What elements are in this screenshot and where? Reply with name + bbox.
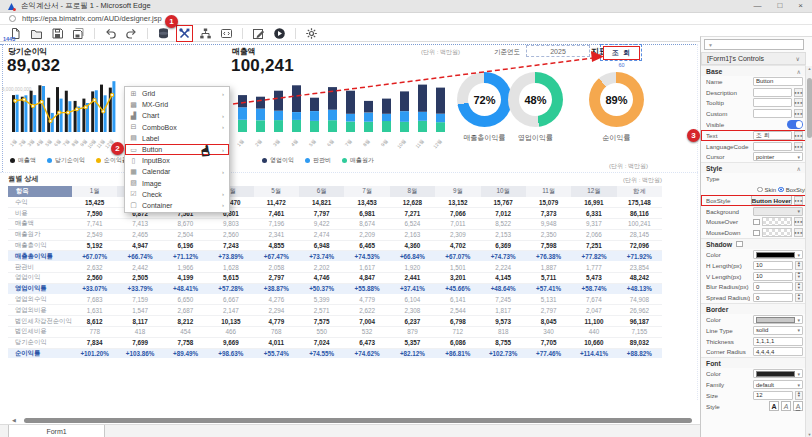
text-input[interactable] xyxy=(753,98,792,107)
radio-skin[interactable]: Skin xyxy=(757,187,776,193)
boxstyle-button[interactable]: Button Hover xyxy=(751,195,792,205)
color-swatch[interactable] xyxy=(762,228,793,237)
visible-toggle[interactable] xyxy=(787,120,803,129)
insert-controls-icon[interactable]: 1 xyxy=(177,26,192,41)
section-header-font[interactable]: Font xyxy=(701,357,806,368)
controls-filter-input[interactable]: ▼ xyxy=(704,39,804,50)
base-year-combobox[interactable]: 2025 xyxy=(526,45,590,57)
font-underline-button[interactable]: A xyxy=(793,401,803,411)
number-input[interactable]: 10 xyxy=(753,261,793,270)
select-dropdown[interactable]: solid▾ xyxy=(753,326,803,335)
insert-menu: ⊞Grid›▩MX-Grid▟Chart›⊟ComboBox›▤Label▭Bu… xyxy=(124,86,230,213)
number-input[interactable]: 0 xyxy=(753,293,793,302)
shadow-checkbox[interactable] xyxy=(736,241,743,248)
section-header-style[interactable]: Style∧ xyxy=(701,162,806,173)
cell: 2,505 xyxy=(117,273,162,284)
font-italic-button[interactable]: A xyxy=(781,401,791,411)
undo-icon[interactable] xyxy=(103,26,118,41)
cursor-hand-icon: ☝ xyxy=(200,142,211,159)
menu-item-inputbox[interactable]: ▯InputBox xyxy=(125,155,229,166)
select-dropdown[interactable]: ▾ xyxy=(753,207,803,216)
spinner-buttons[interactable]: ▲▼ xyxy=(795,282,803,291)
menu-item-image[interactable]: ▨Image xyxy=(125,178,229,189)
menu-item-chart[interactable]: ▟Chart› xyxy=(125,110,229,121)
ellipsis-button[interactable]: ●●● xyxy=(794,196,803,205)
maximize-button[interactable]: □ xyxy=(777,2,782,10)
menu-item-check[interactable]: ☑Check› xyxy=(125,189,229,200)
select-dropdown[interactable]: pointer▾ xyxy=(753,152,803,161)
run-icon[interactable] xyxy=(272,26,287,41)
hierarchy-icon[interactable] xyxy=(198,26,213,41)
spinner-buttons[interactable]: ▲▼ xyxy=(795,272,803,281)
ellipsis-button[interactable]: ●●● xyxy=(794,98,803,107)
open-folder-icon[interactable] xyxy=(29,26,44,41)
number-input[interactable]: 12 xyxy=(753,391,793,400)
address-bar[interactable]: https://epa.bimatrix.com/AUD/designer.js… xyxy=(0,13,812,25)
property-row-thickness: Thickness1,1,1,1 xyxy=(701,336,806,347)
ellipsis-button[interactable]: ●●● xyxy=(794,109,803,118)
text-input[interactable] xyxy=(753,142,792,151)
checkbox[interactable] xyxy=(753,230,760,237)
section-header-border[interactable]: Border xyxy=(701,303,806,314)
search-button[interactable]: 조 회 xyxy=(604,47,639,60)
text-input[interactable]: 조 회 xyxy=(753,131,792,140)
table-header-row: 항목1월2월3월4월5월6월7월8월9월10월11월12월합계 xyxy=(8,186,662,197)
close-button[interactable]: × xyxy=(798,2,803,10)
select-dropdown[interactable]: default▾ xyxy=(753,380,803,389)
horizontal-scrollbar-thumb[interactable] xyxy=(24,418,692,423)
panel-scrollbar-thumb[interactable] xyxy=(807,78,812,138)
menu-item-mx-grid[interactable]: ▩MX-Grid xyxy=(125,99,229,110)
number-input[interactable]: 0 xyxy=(753,282,793,291)
font-bold-button[interactable]: A xyxy=(769,401,779,411)
color-picker[interactable]: ▾ xyxy=(753,369,803,378)
number-input[interactable]: 10 xyxy=(753,272,793,281)
text-input[interactable] xyxy=(753,109,792,118)
section-header-base[interactable]: Base∧ xyxy=(701,65,806,76)
tab-form1[interactable]: Form1 xyxy=(8,425,105,437)
color-picker[interactable]: ▾ xyxy=(753,315,803,324)
color-picker[interactable]: ▾ xyxy=(753,250,803,259)
text-input[interactable]: 4,4,4,4 xyxy=(753,347,803,356)
property-row-h-length-px-: H Length(px)10▲▼ xyxy=(701,260,806,271)
save-icon[interactable] xyxy=(50,26,65,41)
spinner-buttons[interactable]: ▲▼ xyxy=(795,293,803,302)
horizontal-scrollbar[interactable]: ◀ xyxy=(12,417,698,423)
checkbox[interactable] xyxy=(753,219,760,226)
svg-text:8월: 8월 xyxy=(362,138,371,147)
settings-icon[interactable] xyxy=(304,26,319,41)
menu-item-label[interactable]: ▤Label xyxy=(125,133,229,144)
chevron-up-icon[interactable]: ∧ xyxy=(797,165,801,172)
spinner-buttons[interactable]: ▲▼ xyxy=(795,261,803,270)
panel-scrollbar[interactable]: ▲ ▼ xyxy=(805,66,812,437)
page-info-icon[interactable] xyxy=(9,15,16,22)
ellipsis-button[interactable]: ●●● xyxy=(794,142,803,151)
control: 12▲▼ xyxy=(753,391,803,400)
scroll-up-icon[interactable]: ▲ xyxy=(806,66,812,71)
ellipsis-button[interactable]: ●●● xyxy=(794,131,803,140)
menu-item-combobox[interactable]: ⊟ComboBox› xyxy=(125,122,229,133)
section-header-shadow[interactable]: Shadow xyxy=(701,238,806,249)
color-swatch[interactable] xyxy=(762,217,793,226)
scroll-down-icon[interactable]: ▼ xyxy=(806,432,812,437)
text-input[interactable] xyxy=(753,88,792,97)
edit-icon[interactable] xyxy=(251,26,266,41)
menu-item-grid[interactable]: ⊞Grid› xyxy=(125,88,229,99)
data-layers-icon[interactable] xyxy=(156,26,171,41)
svg-text:6월: 6월 xyxy=(326,138,335,147)
code-icon[interactable] xyxy=(219,26,234,41)
controls-panel-header[interactable]: [Form1]'s Controls ∨ xyxy=(701,52,806,65)
ellipsis-button[interactable]: ●●● xyxy=(794,88,803,97)
scroll-left-icon[interactable]: ◀ xyxy=(12,417,16,423)
spinner-buttons[interactable]: ▲▼ xyxy=(795,391,803,400)
redo-icon[interactable] xyxy=(124,26,139,41)
menu-item-calendar[interactable]: ▦Calendar› xyxy=(125,166,229,177)
ellipsis-button[interactable]: ●●● xyxy=(794,217,803,226)
text-input[interactable]: Button xyxy=(753,77,803,86)
minimize-button[interactable]: — xyxy=(753,2,761,10)
chevron-up-icon[interactable]: ∧ xyxy=(797,68,801,75)
save-all-icon[interactable] xyxy=(71,26,86,41)
text-input[interactable]: 1,1,1,1 xyxy=(753,337,803,346)
menu-item-button[interactable]: ▭Button›2 xyxy=(125,144,229,155)
menu-item-container[interactable]: ▢Container› xyxy=(125,200,229,211)
ellipsis-button[interactable]: ●●● xyxy=(794,228,803,237)
